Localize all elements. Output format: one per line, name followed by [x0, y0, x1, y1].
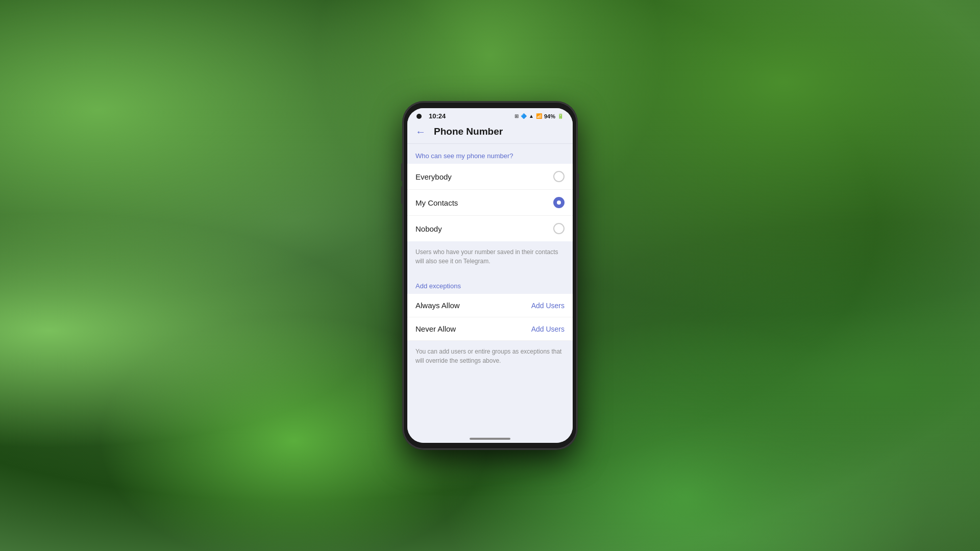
nfc-icon: ⊞: [514, 113, 519, 119]
camera-dot: [416, 114, 422, 119]
power-button: [577, 173, 579, 199]
visibility-info-text: Users who have your number saved in thei…: [407, 241, 573, 272]
always-allow-item[interactable]: Always Allow Add Users: [407, 294, 573, 317]
wifi-icon: ▲: [529, 113, 534, 119]
volume-down-button: [401, 186, 403, 204]
battery-icon: 🔋: [557, 113, 564, 119]
exceptions-section: Add exceptions Always Allow Add Users Ne…: [407, 276, 573, 371]
page-title: Phone Number: [434, 126, 565, 137]
everybody-radio[interactable]: [553, 171, 565, 182]
visibility-options-card: Everybody My Contacts Nobody: [407, 164, 573, 241]
phone-container: 10:24 ⊞ 🔷 ▲ 📶 94% 🔋 ← Phone Number: [403, 102, 577, 449]
never-allow-label: Never Allow: [415, 324, 456, 333]
always-allow-add-users-button[interactable]: Add Users: [531, 302, 565, 310]
never-allow-add-users-button[interactable]: Add Users: [531, 325, 565, 333]
exceptions-header: Add exceptions: [407, 276, 573, 294]
signal-icon: 📶: [536, 113, 542, 119]
nobody-label: Nobody: [415, 224, 442, 233]
exceptions-card: Always Allow Add Users Never Allow Add U…: [407, 294, 573, 341]
everybody-label: Everybody: [415, 172, 452, 181]
phone-screen: 10:24 ⊞ 🔷 ▲ 📶 94% 🔋 ← Phone Number: [407, 108, 573, 443]
status-bar-left: 10:24: [416, 112, 446, 120]
status-icons: ⊞ 🔷 ▲ 📶 94% 🔋: [514, 113, 564, 119]
home-indicator: [470, 438, 510, 440]
my-contacts-radio[interactable]: [553, 197, 565, 208]
status-bar: 10:24 ⊞ 🔷 ▲ 📶 94% 🔋: [407, 108, 573, 122]
status-time: 10:24: [429, 112, 446, 120]
my-contacts-option[interactable]: My Contacts: [407, 190, 573, 216]
my-contacts-label: My Contacts: [415, 198, 458, 207]
battery-level: 94%: [544, 113, 555, 119]
volume-up-button: [401, 163, 403, 181]
app-bar: ← Phone Number: [407, 122, 573, 144]
bluetooth-icon: 🔷: [521, 113, 527, 119]
visibility-section-header: Who can see my phone number?: [407, 144, 573, 164]
nobody-option[interactable]: Nobody: [407, 216, 573, 241]
never-allow-item[interactable]: Never Allow Add Users: [407, 317, 573, 341]
exceptions-info-text: You can add users or entire groups as ex…: [407, 341, 573, 371]
nobody-radio[interactable]: [553, 223, 565, 234]
always-allow-label: Always Allow: [415, 301, 460, 310]
phone-body: 10:24 ⊞ 🔷 ▲ 📶 94% 🔋 ← Phone Number: [403, 102, 577, 449]
content-area: Who can see my phone number? Everybody M…: [407, 144, 573, 443]
back-button[interactable]: ←: [415, 127, 426, 137]
everybody-option[interactable]: Everybody: [407, 164, 573, 190]
